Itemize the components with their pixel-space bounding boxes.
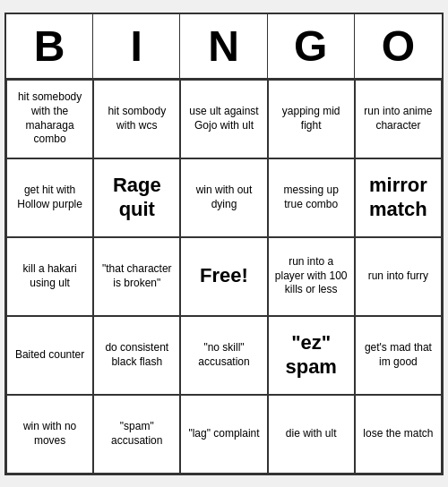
bingo-cell-2[interactable]: use ult against Gojo with ult <box>180 80 267 158</box>
bingo-cell-13[interactable]: run into a player with 100 kills or less <box>268 237 355 316</box>
bingo-cell-8[interactable]: messing up true combo <box>268 158 355 237</box>
bingo-cell-22[interactable]: "lag" complaint <box>180 395 267 474</box>
bingo-cell-21[interactable]: "spam" accusation <box>93 395 180 474</box>
bingo-cell-1[interactable]: hit sombody with wcs <box>93 80 180 158</box>
bingo-cell-6[interactable]: Rage quit <box>93 158 180 237</box>
bingo-cell-3[interactable]: yapping mid fight <box>268 80 355 158</box>
bingo-cell-18[interactable]: "ez" spam <box>268 316 355 395</box>
bingo-card: BINGO hit somebody with the maharaga com… <box>4 13 444 475</box>
bingo-cell-23[interactable]: die with ult <box>268 395 355 474</box>
bingo-cell-10[interactable]: kill a hakari using ult <box>6 237 93 316</box>
bingo-cell-20[interactable]: win with no moves <box>6 395 93 474</box>
bingo-cell-19[interactable]: get's mad that im good <box>355 316 442 395</box>
bingo-cell-24[interactable]: lose the match <box>355 395 442 474</box>
bingo-letter-g: G <box>268 14 355 78</box>
bingo-cell-14[interactable]: run into furry <box>355 237 442 316</box>
bingo-cell-9[interactable]: mirror match <box>355 158 442 237</box>
bingo-header: BINGO <box>6 14 442 80</box>
bingo-cell-5[interactable]: get hit with Hollow purple <box>6 158 93 237</box>
bingo-letter-i: I <box>93 14 180 78</box>
bingo-grid: hit somebody with the maharaga combohit … <box>6 80 442 474</box>
bingo-cell-17[interactable]: "no skill" accusation <box>180 316 267 395</box>
bingo-letter-b: B <box>6 14 93 78</box>
bingo-letter-o: O <box>355 14 442 78</box>
bingo-cell-16[interactable]: do consistent black flash <box>93 316 180 395</box>
bingo-letter-n: N <box>180 14 267 78</box>
bingo-cell-12[interactable]: Free! <box>180 237 267 316</box>
bingo-cell-4[interactable]: run into anime character <box>355 80 442 158</box>
bingo-cell-15[interactable]: Baited counter <box>6 316 93 395</box>
bingo-cell-0[interactable]: hit somebody with the maharaga combo <box>6 80 93 158</box>
bingo-cell-7[interactable]: win with out dying <box>180 158 267 237</box>
bingo-cell-11[interactable]: "that character is broken" <box>93 237 180 316</box>
